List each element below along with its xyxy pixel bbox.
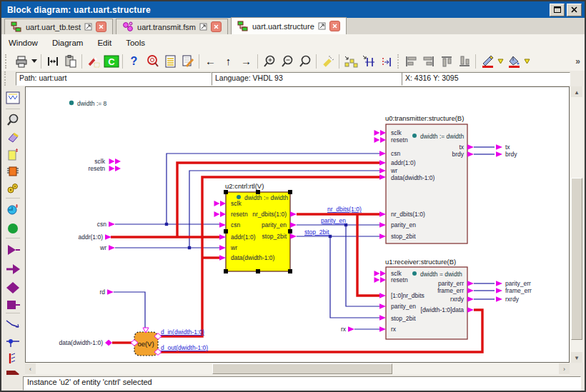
toolbar-overflow-button[interactable]: » xyxy=(575,56,580,66)
distribute-pins-button[interactable] xyxy=(377,53,395,70)
erase-highlight-button[interactable] xyxy=(84,53,102,70)
scroll-down-button[interactable]: ▾ xyxy=(571,352,582,363)
input-port-sclk[interactable] xyxy=(109,159,121,164)
port-arrow[interactable] xyxy=(374,137,387,143)
paste-button[interactable] xyxy=(61,53,79,70)
add-junction-button[interactable] xyxy=(5,333,21,349)
port-arrow[interactable] xyxy=(219,222,226,227)
tab-uart-uart-structure[interactable]: uart.uart.structure xyxy=(231,17,347,34)
input-port-addr[interactable] xyxy=(105,234,111,239)
tab-close-button[interactable] xyxy=(329,21,340,31)
line-color-caret[interactable] xyxy=(496,53,505,70)
net-label-d_in[interactable]: d_in(dwidth-1:0) xyxy=(161,328,204,336)
port-arrow[interactable] xyxy=(379,303,386,308)
port-arrow[interactable] xyxy=(379,151,386,156)
scroll-up-button[interactable]: ▴ xyxy=(571,86,582,97)
align-left-button[interactable] xyxy=(402,53,419,70)
menu-edit[interactable]: Edit xyxy=(90,36,119,49)
back-button[interactable]: ← xyxy=(202,53,219,70)
port-arrow[interactable] xyxy=(379,233,386,238)
align-pins-button[interactable] xyxy=(359,53,377,70)
add-output-port-button[interactable] xyxy=(5,261,21,277)
port-arrow[interactable] xyxy=(467,296,474,301)
scroll-left-button[interactable]: ‹ xyxy=(25,363,36,374)
instance-u1[interactable]: u1:receiver:structure(B) dwidth = dwidth… xyxy=(374,258,475,339)
net-label-stop_2bit[interactable]: stop_2bit xyxy=(304,228,329,236)
input-port-wr[interactable] xyxy=(109,245,115,250)
port-arrow[interactable] xyxy=(467,281,474,286)
diagram-canvas[interactable]: dwidth := 8 xyxy=(25,86,570,363)
menu-window[interactable]: Window xyxy=(1,36,45,49)
port-arrow[interactable] xyxy=(219,234,226,239)
up-hierarchy-button[interactable]: ↑ xyxy=(219,53,237,70)
undock-icon[interactable] xyxy=(84,23,92,31)
menu-tools[interactable]: Tools xyxy=(119,36,152,49)
menu-diagram[interactable]: Diagram xyxy=(45,36,90,49)
add-buffer-port-button[interactable] xyxy=(5,297,21,313)
zoom-in-button[interactable] xyxy=(260,53,278,70)
port-arrow[interactable] xyxy=(379,211,386,216)
edit-source-button[interactable] xyxy=(179,53,197,70)
fill-color-button[interactable] xyxy=(505,53,522,70)
port-arrow[interactable] xyxy=(379,315,386,320)
port-arrow[interactable] xyxy=(379,174,386,179)
add-signal-button[interactable] xyxy=(5,316,21,332)
find-button[interactable] xyxy=(143,53,161,70)
align-right-button[interactable] xyxy=(419,53,437,70)
align-bottom-button[interactable] xyxy=(455,53,473,70)
add-component-button[interactable] xyxy=(5,164,21,179)
port-arrow[interactable] xyxy=(467,151,474,156)
horizontal-scrollbar[interactable]: ‹ › xyxy=(25,363,570,375)
zoom-full-button[interactable] xyxy=(296,53,314,70)
view-source-button[interactable] xyxy=(161,53,179,70)
add-bidir-port-button[interactable] xyxy=(5,280,21,296)
net-label-d_out[interactable]: d_out(dwidth-1:0) xyxy=(161,344,208,351)
help-button[interactable]: ? xyxy=(125,53,143,70)
input-port-rd[interactable] xyxy=(107,289,114,294)
fill-color-caret[interactable] xyxy=(522,53,531,70)
output-port-tx[interactable] xyxy=(496,144,502,149)
print-button[interactable] xyxy=(12,53,30,70)
zoom-out-button[interactable] xyxy=(278,53,296,70)
port-arrow[interactable] xyxy=(467,307,474,312)
compile-button[interactable]: C xyxy=(102,53,120,70)
print-options-caret[interactable] xyxy=(30,53,39,70)
port-buffer-top[interactable] xyxy=(143,328,149,333)
net-label-parity_en[interactable]: parity_en xyxy=(321,217,346,224)
instance-oe[interactable]: oe(V) xyxy=(131,328,162,356)
tab-close-button[interactable] xyxy=(96,21,106,32)
port-arrow[interactable] xyxy=(214,211,227,217)
port-arrow[interactable] xyxy=(379,326,386,331)
vertical-scroll-thumb[interactable] xyxy=(571,178,582,340)
bidir-port-data[interactable] xyxy=(105,340,112,346)
tab-close-button[interactable] xyxy=(211,21,222,32)
wire-rd[interactable] xyxy=(114,292,145,328)
forward-button[interactable]: → xyxy=(237,53,255,70)
port-arrow[interactable] xyxy=(467,144,474,149)
horizontal-scroll-thumb[interactable] xyxy=(212,363,392,374)
instance-u2[interactable]: u2:cntrl:rtl(V) dwidth := dwidth sclk re… xyxy=(214,182,297,273)
vertical-scrollbar[interactable]: ▴ ▾ xyxy=(570,86,583,363)
input-port-csn[interactable] xyxy=(109,221,115,226)
close-button[interactable] xyxy=(567,4,582,16)
port-arrow[interactable] xyxy=(379,293,386,298)
port-arrow[interactable] xyxy=(290,233,297,238)
input-port-resetn[interactable] xyxy=(109,166,121,171)
undock-icon[interactable] xyxy=(199,23,207,31)
port-arrow[interactable] xyxy=(379,160,386,165)
wire-stop_2bit-branch[interactable] xyxy=(330,236,379,318)
scroll-right-button[interactable]: › xyxy=(559,363,570,374)
add-input-port-button[interactable] xyxy=(5,242,21,258)
input-port-rx[interactable] xyxy=(348,326,354,331)
output-port-rxrdy[interactable] xyxy=(496,296,502,301)
tab-uart-uart_tb-test[interactable]: uart.uart_tb.test xyxy=(4,19,113,34)
add-block-button[interactable] xyxy=(5,146,21,162)
port-arrow[interactable] xyxy=(219,245,226,250)
port-arrow[interactable] xyxy=(379,168,386,173)
add-bubble-button[interactable] xyxy=(5,221,21,236)
port-arrow[interactable] xyxy=(214,201,227,206)
output-port-brdy[interactable] xyxy=(496,151,502,156)
port-arrow[interactable] xyxy=(290,211,297,216)
interface-view-button[interactable] xyxy=(5,90,21,106)
eraser-tool-button[interactable] xyxy=(5,129,21,145)
